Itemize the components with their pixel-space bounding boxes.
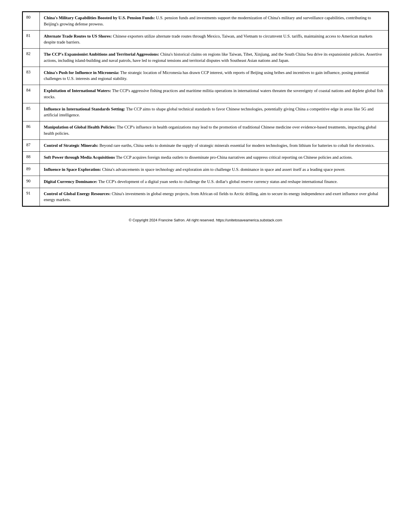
copyright-text: © Copyright 2024 Francine Safron. All ri… (129, 218, 282, 222)
row-title: Alternate Trade Routes to US Shores: (44, 34, 112, 38)
table-row: 89Influence in Space Exploration: China'… (23, 164, 388, 176)
row-content: Soft Power through Media Acquisitions Th… (40, 152, 388, 164)
row-content: Influence in International Standards Set… (40, 103, 388, 121)
row-number: 87 (23, 139, 40, 152)
main-table: 80China's Military Capabilities Boosted … (22, 11, 389, 207)
row-content: Manipulation of Global Health Policies: … (40, 121, 388, 140)
row-number: 89 (23, 164, 40, 176)
table-row: 83China's Push for Influence in Micrones… (23, 67, 388, 85)
row-number: 86 (23, 121, 40, 140)
row-number: 80 (23, 12, 40, 30)
table-row: 81Alternate Trade Routes to US Shores: C… (23, 30, 388, 49)
row-number: 90 (23, 176, 40, 188)
row-title: Control of Global Energy Resources: (44, 191, 111, 196)
row-title: China's Military Capabilities Boosted by… (44, 16, 155, 20)
table-row: 88Soft Power through Media Acquisitions … (23, 152, 388, 164)
row-text: The CCP acquires foreign media outlets t… (115, 155, 353, 160)
row-number: 84 (23, 85, 40, 103)
footer: © Copyright 2024 Francine Safron. All ri… (22, 218, 389, 222)
table-row: 85Influence in International Standards S… (23, 103, 388, 121)
row-content: Control of Strategic Minerals: Beyond ra… (40, 139, 388, 152)
table-row: 87Control of Strategic Minerals: Beyond … (23, 139, 388, 152)
row-title: Digital Currency Dominance: (44, 179, 97, 184)
table-row: 86Manipulation of Global Health Policies… (23, 121, 388, 140)
row-text: The CCP's development of a digital yuan … (97, 179, 338, 184)
row-content: Control of Global Energy Resources: Chin… (40, 188, 388, 206)
row-content: China's Military Capabilities Boosted by… (40, 12, 388, 30)
row-content: Influence in Space Exploration: China's … (40, 164, 388, 176)
row-number: 83 (23, 67, 40, 85)
row-title: Manipulation of Global Health Policies: (44, 125, 116, 129)
row-content: Alternate Trade Routes to US Shores: Chi… (40, 30, 388, 49)
row-content: The CCP's Expansionist Ambitions and Ter… (40, 49, 388, 67)
row-number: 88 (23, 152, 40, 164)
row-title: The CCP's Expansionist Ambitions and Ter… (44, 52, 159, 56)
row-title: China's Push for Influence in Micronesia… (44, 70, 119, 75)
row-content: Digital Currency Dominance: The CCP's de… (40, 176, 388, 188)
table-row: 80China's Military Capabilities Boosted … (23, 12, 388, 30)
row-number: 91 (23, 188, 40, 206)
table-row: 84Exploitation of International Waters: … (23, 85, 388, 103)
table-row: 82The CCP's Expansionist Ambitions and T… (23, 49, 388, 67)
row-title: Soft Power through Media Acquisitions (44, 155, 115, 160)
row-number: 85 (23, 103, 40, 121)
row-content: Exploitation of International Waters: Th… (40, 85, 388, 103)
row-number: 81 (23, 30, 40, 49)
row-title: Control of Strategic Minerals: (44, 143, 98, 148)
row-number: 82 (23, 49, 40, 67)
row-title: Exploitation of International Waters: (44, 88, 111, 93)
row-text: Beyond rare earths, China seeks to domin… (98, 143, 374, 148)
row-content: China's Push for Influence in Micronesia… (40, 67, 388, 85)
row-title: Influence in International Standards Set… (44, 107, 125, 111)
table-row: 90Digital Currency Dominance: The CCP's … (23, 176, 388, 188)
row-title: Influence in Space Exploration: (44, 167, 101, 172)
table-row: 91Control of Global Energy Resources: Ch… (23, 188, 388, 206)
row-text: China's advancements in space technology… (101, 167, 345, 172)
